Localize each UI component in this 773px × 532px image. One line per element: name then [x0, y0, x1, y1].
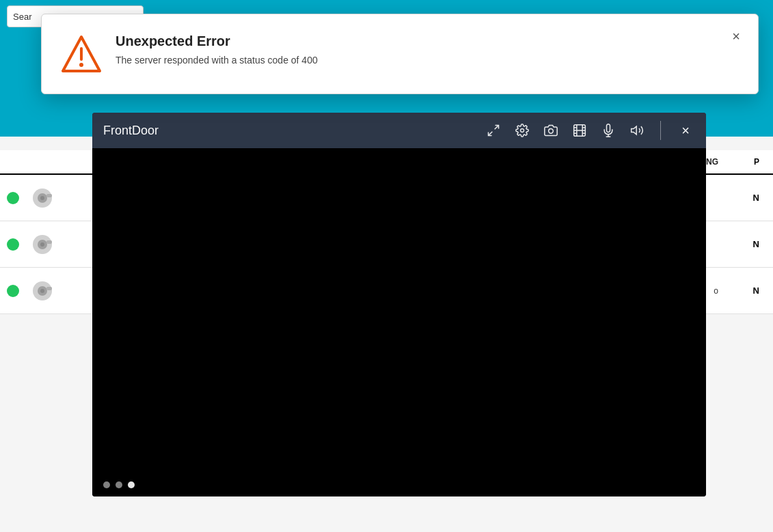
frontdoor-panel: FrontDoor: [92, 113, 706, 496]
svg-rect-7: [46, 240, 52, 244]
error-title: Unexpected Error: [116, 33, 736, 49]
error-dialog: Unexpected Error The server responded wi…: [41, 14, 759, 94]
svg-point-2: [40, 196, 44, 200]
status-dot-online: [7, 285, 19, 297]
frontdoor-title: FrontDoor: [103, 124, 485, 138]
svg-rect-11: [46, 287, 52, 290]
row-label: N: [753, 285, 759, 296]
pagination-dot[interactable]: [103, 481, 110, 488]
speaker-icon[interactable]: [629, 122, 645, 139]
warning-icon: [61, 33, 102, 74]
row-extra: o: [714, 286, 718, 296]
pagination-dot-active[interactable]: [128, 481, 135, 488]
error-content: Unexpected Error The server responded wi…: [116, 33, 736, 66]
error-message: The server responded with a status code …: [116, 55, 736, 66]
status-dot-online: [7, 192, 19, 204]
camera-icon: [30, 279, 55, 303]
camera-snapshot-icon[interactable]: [543, 122, 559, 139]
svg-rect-3: [46, 194, 52, 197]
pagination-dots: [103, 481, 135, 488]
gear-icon[interactable]: [514, 122, 530, 139]
microphone-icon[interactable]: [600, 122, 616, 139]
svg-marker-26: [632, 126, 637, 135]
record-icon[interactable]: [571, 122, 588, 139]
svg-point-6: [40, 242, 44, 247]
camera-icon: [30, 232, 55, 257]
pagination-dot[interactable]: [116, 481, 122, 488]
frontdoor-header: FrontDoor: [92, 113, 706, 148]
svg-point-15: [549, 129, 554, 134]
svg-line-13: [489, 132, 493, 136]
frontdoor-close-button[interactable]: ×: [676, 121, 695, 140]
status-dot-online: [7, 238, 19, 251]
svg-point-29: [79, 63, 83, 67]
svg-point-14: [521, 129, 524, 132]
camera-icon: [30, 186, 55, 210]
svg-point-10: [40, 289, 44, 293]
error-close-button[interactable]: ×: [725, 25, 747, 47]
row-label: N: [753, 239, 759, 249]
video-area: [92, 148, 706, 496]
col-header-p: P: [754, 157, 759, 167]
svg-line-12: [495, 126, 499, 130]
row-label: N: [753, 193, 759, 203]
expand-icon[interactable]: [485, 122, 502, 139]
frontdoor-controls: ×: [485, 121, 695, 140]
control-divider: [660, 121, 661, 140]
